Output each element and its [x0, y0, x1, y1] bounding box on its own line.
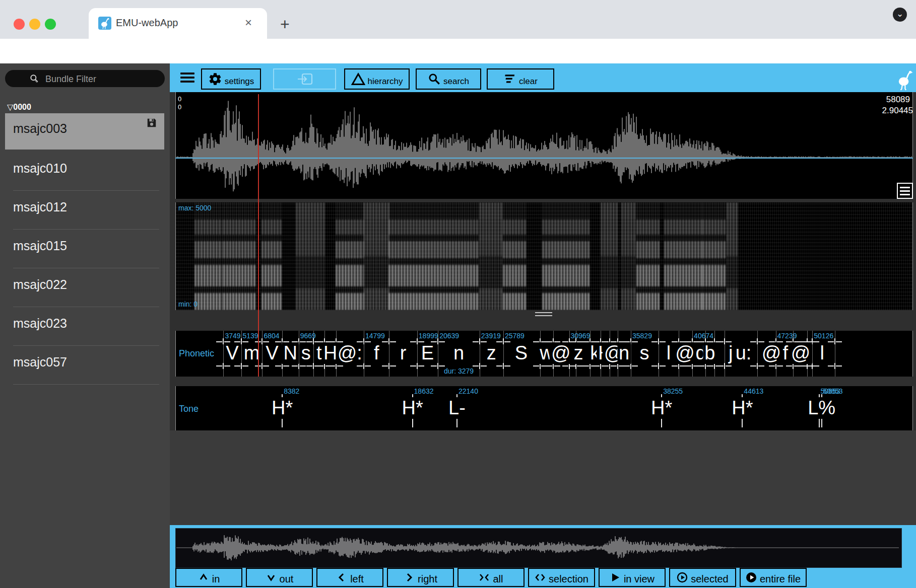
transport-left-button[interactable]: left [316, 568, 383, 587]
segment-boundary[interactable] [480, 331, 480, 377]
transport-right-button[interactable]: right [387, 568, 454, 587]
segment-boundary[interactable] [659, 331, 659, 377]
tone-event-label[interactable]: L% [805, 397, 838, 419]
phonetic-segment[interactable]: l [819, 342, 826, 364]
view-end-sample: 58089 [886, 95, 910, 105]
oscillogram-view[interactable] [175, 92, 913, 199]
window-zoom-button[interactable] [45, 19, 56, 30]
search-button[interactable]: search [416, 68, 481, 90]
transport-all-button[interactable]: all [457, 568, 525, 587]
segment-boundary[interactable] [812, 331, 813, 377]
tone-event-label[interactable]: H* [269, 397, 295, 419]
spectrogram-energy-band [224, 202, 256, 310]
phonetic-segment[interactable]: N [282, 342, 299, 364]
segment-stub [834, 338, 835, 344]
phonetic-segment[interactable]: n [452, 342, 466, 364]
bundle-item-msajc022[interactable]: msajc022 [0, 268, 170, 307]
segment-boundary[interactable] [503, 331, 504, 377]
save-icon[interactable] [146, 117, 157, 128]
hierarchy-button[interactable]: hierarchy [344, 68, 410, 90]
segment-stub [417, 338, 418, 344]
resize-handle[interactable] [535, 312, 552, 318]
transport-in-view-button[interactable]: in view [599, 568, 666, 587]
bundle-name: msajc015 [13, 239, 67, 253]
tab-search-button[interactable]: ⌄ [893, 8, 907, 22]
tone-event-label[interactable]: H* [648, 397, 675, 419]
phonetic-segment[interactable]: V [264, 342, 280, 364]
tab-close-icon[interactable]: × [245, 16, 252, 30]
phonetic-segment[interactable]: f [781, 342, 790, 364]
phonetic-segment[interactable]: z [485, 342, 498, 364]
phonetic-segment[interactable]: @: [336, 342, 364, 364]
transport-out-button[interactable]: out [246, 568, 313, 587]
tone-event-label[interactable]: L- [446, 397, 468, 419]
bundle-item-msajc010[interactable]: msajc010 [0, 152, 170, 191]
phonetic-segment[interactable]: V [224, 342, 240, 364]
bundle-filter-input[interactable] [44, 73, 157, 85]
segment-stub [261, 363, 263, 369]
new-tab-button[interactable]: + [280, 15, 290, 34]
segment-end-tick [292, 365, 298, 366]
segment-boundary[interactable] [835, 331, 835, 377]
bundle-item-msajc057[interactable]: msajc057 [0, 346, 170, 385]
osci-menu-button[interactable] [897, 183, 913, 199]
phonetic-segment[interactable]: @ [790, 342, 812, 364]
transport-entire-file-button[interactable]: entire file [740, 568, 807, 587]
segment-end-tick [533, 365, 539, 366]
bundle-item-msajc023[interactable]: msajc023 [0, 307, 170, 346]
segment-boundary[interactable] [389, 331, 389, 377]
tone-tier[interactable]: 8382H*18632H*22140L-38255H*44613H*50653L… [175, 386, 913, 430]
phonetic-segment[interactable]: s [638, 342, 650, 364]
segment-start-tick [481, 365, 487, 366]
phonetic-segment[interactable]: j [727, 342, 734, 364]
segment-boundary[interactable] [364, 331, 364, 377]
segment-boundary[interactable] [241, 331, 242, 377]
bundle-item-msajc012[interactable]: msajc012 [0, 191, 170, 230]
bundle-item-msajc003[interactable]: msajc003 [5, 113, 164, 150]
browser-tab[interactable]: EMU-webApp × [89, 8, 267, 39]
bundle-group-header[interactable]: ▽0000 [7, 102, 31, 112]
bundle-item-msajc015[interactable]: msajc015 [0, 230, 170, 268]
transport-selection-button[interactable]: selection [528, 568, 595, 587]
tone-event-label[interactable]: H* [729, 397, 755, 419]
spectrogram-view[interactable] [175, 202, 913, 310]
overview-minimap[interactable] [175, 528, 902, 568]
segment-stub [313, 363, 314, 369]
segment-boundary[interactable] [757, 331, 758, 377]
window-minimize-button[interactable] [29, 19, 40, 30]
transport-label: entire file [760, 573, 801, 586]
phonetic-segment[interactable]: @ [550, 342, 572, 364]
bundle-filter[interactable] [5, 70, 165, 87]
phonetic-segment[interactable]: S [513, 342, 529, 364]
transport-label: selection [549, 573, 588, 586]
gear-icon [208, 72, 222, 86]
phonetic-segment[interactable]: z [572, 342, 584, 364]
phonetic-segment[interactable]: r [399, 342, 408, 364]
boundary-sample-number: 30969 [571, 332, 591, 340]
settings-button[interactable]: settings [201, 68, 261, 90]
play-circle-icon [677, 572, 688, 583]
clear-button[interactable]: clear [487, 68, 554, 90]
segment-boundary[interactable] [725, 331, 725, 377]
phonetic-segment[interactable]: b [703, 342, 716, 364]
tone-event-label[interactable]: H* [399, 397, 425, 419]
segment-end-tick [583, 365, 589, 366]
phonetic-tier[interactable]: 3749513968049669147991899920639239192578… [175, 331, 913, 377]
phonetic-segment[interactable]: l [665, 342, 672, 364]
menu-hamburger-icon[interactable] [180, 70, 194, 85]
window-close-button[interactable] [14, 19, 25, 30]
phonetic-segment[interactable]: u: [734, 342, 753, 364]
segment-boundary[interactable] [417, 331, 418, 377]
segment-boundary[interactable] [262, 331, 263, 377]
phonetic-segment[interactable]: f [372, 342, 381, 364]
segment-stub [479, 338, 480, 344]
spectrogram-energy-band [665, 202, 703, 310]
phonetic-segment[interactable]: @ [760, 342, 783, 364]
phonetic-segment[interactable]: @ [674, 342, 696, 364]
phonetic-segment[interactable]: s [300, 342, 312, 364]
transport-in-button[interactable]: in [175, 568, 242, 587]
transport-selected-button[interactable]: selected [669, 568, 736, 587]
segment-end-tick [651, 341, 658, 342]
phonetic-segment[interactable]: n [617, 342, 631, 364]
phonetic-segment[interactable]: E [420, 342, 435, 364]
